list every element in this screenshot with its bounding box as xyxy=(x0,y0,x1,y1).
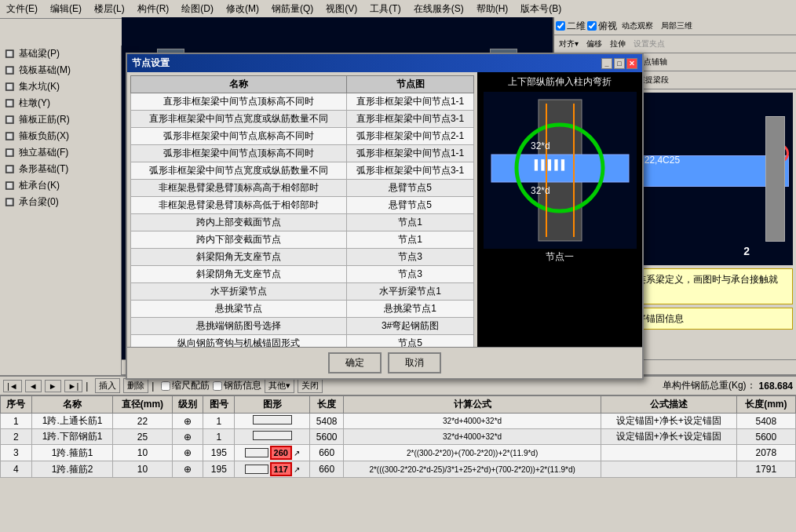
dialog-table-row[interactable]: 弧形非框架梁中间节点底标高不同时弧形非框架梁中间节点2-1 xyxy=(131,128,474,145)
cell-name: 1跨.下部钢筋1 xyxy=(31,429,112,445)
cell-desc: 设定锚固+净长+设定锚固 xyxy=(601,414,736,429)
node-fig-cell: 弧形非框架梁中间节点2-1 xyxy=(347,128,474,145)
dialog-close-btn[interactable]: ✕ xyxy=(626,58,637,69)
menu-draw[interactable]: 绘图(D) xyxy=(178,2,217,16)
btn-prev-first[interactable]: |◄ xyxy=(3,380,22,392)
menu-online[interactable]: 在线服务(S) xyxy=(411,2,467,16)
cell-length: 660 xyxy=(310,445,344,461)
btn-insert[interactable]: 插入 xyxy=(95,378,120,393)
btn-offset[interactable]: 偏移 xyxy=(583,37,605,51)
btn-dynamic-obs[interactable]: 动态观察 xyxy=(619,19,656,33)
sidebar-item-isolated[interactable]: 🔲 独立基础(F) xyxy=(0,144,121,161)
dialog-table-row[interactable]: 悬挑端钢筋图号选择3#弯起钢筋图 xyxy=(131,318,474,335)
btn-other[interactable]: 其他▾ xyxy=(265,378,294,393)
node-settings-dialog: 节点设置 _ □ ✕ 名称 节点图 xyxy=(126,53,644,380)
btn-stretch[interactable]: 拉伸 xyxy=(607,37,629,51)
cell-level: ⊕ xyxy=(172,445,203,461)
checkbox-scale-rebar[interactable]: 缩尺配筋 xyxy=(161,379,210,392)
menu-component[interactable]: 构件(R) xyxy=(134,2,173,16)
dialog-maximize-btn[interactable]: □ xyxy=(614,58,625,69)
menu-rebar[interactable]: 钢筋量(Q) xyxy=(268,2,316,16)
btn-align[interactable]: 对齐▾ xyxy=(556,37,582,51)
node-name-cell: 弧形非框架梁中间节点宽度或纵筋数量不同 xyxy=(131,162,347,180)
dialog-table-row[interactable]: 斜梁阳角无支座节点节点3 xyxy=(131,249,474,266)
menu-file[interactable]: 文件(E) xyxy=(3,2,41,16)
node-name-cell: 直形非框架梁中间节点宽度或纵筋数量不同 xyxy=(131,111,347,128)
cell-name: 1跨.箍筋2 xyxy=(31,461,112,478)
column-cap-icon: 🔲 xyxy=(3,97,16,110)
bottom-panel: |◄ ◄ ► ►| | 插入 删除 | 缩尺配筋 钢筋信息 其他▾ 关闭 xyxy=(0,375,796,532)
dialog-table-row[interactable]: 纵向钢筋弯钩与机械锚固形式节点5 xyxy=(131,335,474,348)
cell-level: ⊕ xyxy=(172,414,203,429)
svg-text:32*d: 32*d xyxy=(531,140,550,151)
dialog-table-row[interactable]: 弧形非框架梁中间节点顶标高不同时弧形非框架梁中间节点1-1 xyxy=(131,145,474,162)
menu-version[interactable]: 版本号(B) xyxy=(517,2,564,16)
dialog-table-row[interactable]: 斜梁阴角无支座节点节点3 xyxy=(131,266,474,283)
node-name-cell: 悬挑梁节点 xyxy=(131,301,347,318)
dialog-table-row[interactable]: 弧形非框架梁中间节点宽度或纵筋数量不同弧形非框架梁中间节点3-1 xyxy=(131,162,474,180)
dialog-table-row[interactable]: 非框架悬臂梁悬臂顶标高高于相邻部时悬臂节点5 xyxy=(131,180,474,197)
node-name-cell: 非框架悬臂梁悬臂顶标高低于相邻部时 xyxy=(131,197,347,214)
checkbox-2d[interactable]: 二维 xyxy=(556,20,586,33)
dialog-table-row[interactable]: 跨内上部变截面节点节点1 xyxy=(131,214,474,231)
dialog-cancel-btn[interactable]: 取消 xyxy=(388,352,441,373)
menu-tools[interactable]: 工具(T) xyxy=(367,2,403,16)
node-name-cell: 纵向钢筋弯钩与机械锚固形式 xyxy=(131,335,347,348)
menu-view[interactable]: 视图(V) xyxy=(323,2,360,16)
col-formula: 计算公式 xyxy=(344,396,601,414)
cell-dia: 25 xyxy=(113,429,172,445)
checkbox-top-view[interactable]: 俯视 xyxy=(587,20,617,33)
sidebar-item-top-rebar[interactable]: 🔲 箍板正筋(R) xyxy=(0,111,121,128)
dialog-table-row[interactable]: 直形非框架梁中间节点顶标高不同时直形非框架梁中间节点1-1 xyxy=(131,93,474,111)
dialog-table-row[interactable]: 非框架悬臂梁悬臂顶标高低于相邻部时悬臂节点5 xyxy=(131,197,474,214)
total-weight-label: 单构件钢筋总重(Kg)： xyxy=(663,379,756,392)
node-name-cell: 悬挑端钢筋图号选择 xyxy=(131,318,347,335)
sep1: | xyxy=(86,381,92,392)
sidebar-item-pile-cap[interactable]: 🔲 桩承台(K) xyxy=(0,177,121,194)
sidebar-item-raft[interactable]: 🔲 筏板基础(M) xyxy=(0,62,121,78)
cell-no: 2 xyxy=(1,429,32,445)
cell-name: 1跨.箍筋1 xyxy=(31,445,112,461)
checkbox-rebar-info[interactable]: 钢筋信息 xyxy=(213,379,261,392)
node-fig-cell: 悬臂节点5 xyxy=(347,197,474,214)
sidebar-item-neg-rebar[interactable]: 🔲 箍板负筋(X) xyxy=(0,128,121,144)
menu-edit[interactable]: 编辑(E) xyxy=(47,2,85,16)
scale-rebar-label: 缩尺配筋 xyxy=(172,379,210,392)
sidebar-item-strip[interactable]: 🔲 条形基础(T) xyxy=(0,161,121,177)
neg-rebar-icon: 🔲 xyxy=(3,130,16,143)
node-fig-cell: 直形非框架梁中间节点1-1 xyxy=(347,93,474,111)
btn-next[interactable]: ► xyxy=(45,380,61,392)
dialog-table-row[interactable]: 直形非框架梁中间节点宽度或纵筋数量不同直形非框架梁中间节点3-1 xyxy=(131,111,474,128)
node-fig-cell: 弧形非框架梁中间节点1-1 xyxy=(347,145,474,162)
btn-delete[interactable]: 删除 xyxy=(123,378,148,393)
node-name-cell: 斜梁阴角无支座节点 xyxy=(131,266,347,283)
cell-no: 1 xyxy=(1,414,32,429)
dialog-table-row[interactable]: 悬挑梁节点悬挑梁节点1 xyxy=(131,301,474,318)
right-toolbar-row1: 二维 俯视 动态观察 局部三维 xyxy=(554,17,796,35)
btn-local-3d[interactable]: 局部三维 xyxy=(658,19,696,33)
node-name-cell: 跨内上部变截面节点 xyxy=(131,214,347,231)
col-desc: 公式描述 xyxy=(601,396,736,414)
node-name-cell: 水平折梁节点 xyxy=(131,283,347,301)
dialog-confirm-btn[interactable]: 确定 xyxy=(328,352,382,373)
diagram-title: 上下部纵筋伸入柱内弯折 xyxy=(480,75,639,89)
sidebar-item-column-cap[interactable]: 🔲 柱墩(Y) xyxy=(0,95,121,111)
sidebar-item-foundation-beam[interactable]: 🔲 基础梁(P) xyxy=(0,46,121,62)
dialog-minimize-btn[interactable]: _ xyxy=(601,58,612,69)
node-fig-cell: 节点3 xyxy=(347,266,474,283)
btn-prev[interactable]: ◄ xyxy=(25,380,42,392)
dialog-table-row[interactable]: 水平折梁节点水平折梁节点1 xyxy=(131,283,474,301)
node-name-cell: 直形非框架梁中间节点顶标高不同时 xyxy=(131,93,347,111)
dialog-table-row[interactable]: 跨内下部变截面节点节点1 xyxy=(131,231,474,249)
sidebar-item-cap-beam[interactable]: 🔲 承台梁(0) xyxy=(0,194,121,210)
btn-next-last[interactable]: ►| xyxy=(64,380,83,392)
menu-help[interactable]: 帮助(H) xyxy=(473,2,512,16)
btn-close[interactable]: 关闭 xyxy=(298,378,323,393)
cell-len-mm: 5600 xyxy=(736,429,795,445)
menu-floor[interactable]: 楼层(L) xyxy=(91,2,128,16)
btn-set-grip[interactable]: 设置夹点 xyxy=(630,37,668,51)
col-length: 长度 xyxy=(310,396,344,414)
menu-modify[interactable]: 修改(M) xyxy=(223,2,262,16)
rebar-table: 序号 名称 直径(mm) 级别 图号 图形 长度 计算公式 公式描述 长度(mm… xyxy=(0,395,796,478)
sidebar-item-pit[interactable]: 🔲 集水坑(K) xyxy=(0,78,121,95)
